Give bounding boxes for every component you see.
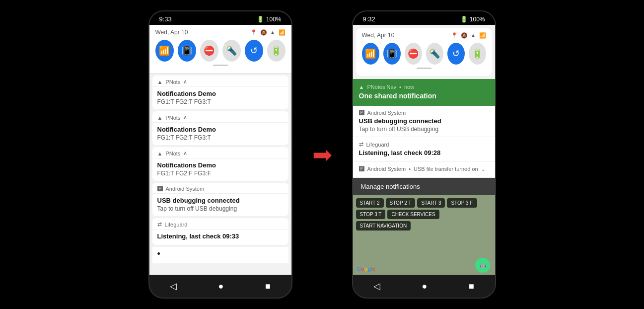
notif-app-1: PNots <box>165 79 180 85</box>
notif-body-3: FG1:T FG2:F FG3:F <box>157 170 284 177</box>
notif-dot: • <box>152 247 288 263</box>
left-quick-settings: Wed, Apr 10 📍 🔕 ▲ 📶 📶 📳 ⛔ 🔦 ↺ 🔋 <box>149 25 291 74</box>
green-app-header: ▲ PNotes Nav • now <box>359 84 489 90</box>
notif-app-2: PNots <box>165 115 180 121</box>
lifeguard-notification[interactable]: ⇄ Lifeguard Listening, last check 09:28 <box>353 137 495 162</box>
recents-button-left[interactable]: ■ <box>265 281 271 292</box>
lifeguard-app-icon: ⇄ <box>359 141 363 148</box>
right-date-row: Wed, Apr 10 📍 🔕 ▲ 📶 <box>362 32 486 39</box>
usb-transfer-header: 🅿 Android System • USB file transfer tur… <box>359 166 489 172</box>
usb-transfer-notification[interactable]: 🅿 Android System • USB file transfer tur… <box>353 162 495 178</box>
r-silent-icon: 🔕 <box>461 32 468 39</box>
right-battery: 🔋 100% <box>460 16 485 23</box>
notif-title-1: Notifications Demo <box>157 90 284 97</box>
r-wifi-icon: ▲ <box>471 32 476 39</box>
left-phone: 9:33 🔋 100% Wed, Apr 10 📍 🔕 ▲ 📶 <box>148 10 292 299</box>
lifeguard-app-name: Lifeguard <box>366 142 389 148</box>
notif-app-5: Lifeguard <box>165 222 188 228</box>
map-btn-stop3t[interactable]: STOP 3 T <box>356 210 386 219</box>
left-date-row: Wed, Apr 10 📍 🔕 ▲ 📶 <box>155 29 286 36</box>
notif-item-4[interactable]: USB debugging connected Tap to turn off … <box>152 194 288 216</box>
home-button-left[interactable]: ● <box>218 281 224 292</box>
notif-group-5: ⇄ Lifeguard Listening, last check 09:33 <box>152 218 288 245</box>
right-date: Wed, Apr 10 <box>362 32 395 39</box>
map-btn-start2[interactable]: START 2 <box>356 198 384 208</box>
usb-chevron-icon: ⌄ <box>481 166 485 172</box>
right-date-icons: 📍 🔕 ▲ 📶 <box>451 32 486 39</box>
usb-transfer-dot: • <box>409 166 411 172</box>
map-btn-stop3f[interactable]: STOP 3 F <box>447 198 477 208</box>
pnotes-nav-icon: ▲ <box>359 84 364 90</box>
green-notif-title: One shared notification <box>359 92 489 100</box>
bluetooth-toggle[interactable]: 📳 <box>178 40 196 62</box>
notif-app-4: Android System <box>166 186 205 192</box>
manage-notifications-bar[interactable]: Manage notifications <box>353 178 495 195</box>
notif-title-4: USB debugging connected <box>157 197 284 204</box>
right-phone: 9:32 🔋 100% Wed, Apr 10 📍 🔕 ▲ 📶 <box>352 10 496 299</box>
green-app-name: PNotes Nav <box>367 84 396 90</box>
right-quick-settings: Wed, Apr 10 📍 🔕 ▲ 📶 📶 📳 ⛔ 🔦 ↺ 🔋 <box>356 28 492 76</box>
pnots-icon-1: ▲ <box>157 79 163 85</box>
lifeguard-notif-title: Listening, last check 09:28 <box>359 149 489 156</box>
left-date-icons: 📍 🔕 ▲ 📶 <box>250 29 286 36</box>
phones-container: 9:33 🔋 100% Wed, Apr 10 📍 🔕 ▲ 📶 <box>143 5 501 304</box>
notif-body-2: FG1:T FG2:T FG3:T <box>157 134 284 141</box>
notif-body-4: Tap to turn off USB debugging <box>157 205 284 212</box>
usb-transfer-icon: 🅿 <box>359 166 364 172</box>
location-icon: 📍 <box>250 29 257 36</box>
map-btn-check[interactable]: CHECK SERVICES <box>387 210 439 219</box>
left-time: 9:33 <box>159 15 172 23</box>
pnots-icon-2: ▲ <box>157 115 163 121</box>
notif-item-1[interactable]: Notifications Demo FG1:T FG2:T FG3:T <box>152 87 288 109</box>
recents-button-right[interactable]: ■ <box>469 281 474 292</box>
map-btn-start3[interactable]: START 3 <box>417 198 445 208</box>
back-button-right[interactable]: ◁ <box>373 281 380 292</box>
notif-group-1: ▲ PNots ∧ Notifications Demo FG1:T FG2:T… <box>152 76 288 109</box>
notif-chevron-3: ∧ <box>183 150 187 156</box>
right-time: 9:32 <box>363 15 375 23</box>
battery-toggle[interactable]: 🔋 <box>267 40 286 62</box>
wifi-status-icon: ▲ <box>270 29 276 36</box>
r-battery-toggle[interactable]: 🔋 <box>469 43 486 65</box>
r-bluetooth-toggle[interactable]: 📳 <box>383 43 401 65</box>
drag-handle <box>213 65 228 66</box>
right-quick-toggles: 📶 📳 ⛔ 🔦 ↺ 🔋 <box>362 43 486 65</box>
notif-item-3[interactable]: Notifications Demo FG1:T FG2:F FG3:F <box>152 158 288 181</box>
home-button-right[interactable]: ● <box>422 281 428 292</box>
back-button-left[interactable]: ◁ <box>170 281 177 292</box>
silent-icon: 🔕 <box>260 29 267 36</box>
notif-item-5[interactable]: Listening, last check 09:33 <box>152 230 288 245</box>
usb-notif-body: Tap to turn off USB debugging <box>359 126 489 133</box>
r-dnd-toggle[interactable]: ⛔ <box>405 43 422 65</box>
wifi-toggle[interactable]: 📶 <box>155 40 174 62</box>
usb-app-name: Android System <box>367 110 406 116</box>
map-btn-nav[interactable]: START NAVIGATION <box>356 221 411 231</box>
notif-group-2: ▲ PNots ∧ Notifications Demo FG1:T FG2:T… <box>152 111 288 145</box>
android-logo: 🤖 <box>475 258 490 273</box>
signal-icon: 📶 <box>279 29 286 36</box>
right-phone-content: Wed, Apr 10 📍 🔕 ▲ 📶 📶 📳 ⛔ 🔦 ↺ 🔋 <box>353 25 495 275</box>
r-flashlight-toggle[interactable]: 🔦 <box>426 43 443 65</box>
right-nav-bar: ◁ ● ■ <box>353 275 495 298</box>
android-icon-4: 🅿 <box>157 186 163 192</box>
r-sync-toggle[interactable]: ↺ <box>447 43 465 65</box>
left-status-icons: 🔋 100% <box>257 16 281 23</box>
sync-toggle[interactable]: ↺ <box>245 40 263 62</box>
right-arrow: ➡ <box>312 141 332 168</box>
usb-notification[interactable]: 🅿 Android System USB debugging connected… <box>353 106 495 137</box>
green-notification[interactable]: ▲ PNotes Nav • now One shared notificati… <box>353 79 495 106</box>
right-status-bar: 9:32 🔋 100% <box>353 11 495 25</box>
notif-item-2[interactable]: Notifications Demo FG1:T FG2:T FG3:T <box>152 123 288 145</box>
notif-header-2: ▲ PNots ∧ <box>152 111 288 123</box>
left-date: Wed, Apr 10 <box>155 29 188 36</box>
flashlight-toggle[interactable]: 🔦 <box>222 40 241 62</box>
green-notif-time: now <box>404 84 414 90</box>
arrow-container: ➡ <box>312 141 332 168</box>
usb-notif-title: USB debugging connected <box>359 117 489 125</box>
r-wifi-toggle[interactable]: 📶 <box>362 43 379 65</box>
right-drag-handle <box>417 68 431 69</box>
map-btn-stop2t[interactable]: STOP 2 T <box>386 198 416 208</box>
dnd-toggle[interactable]: ⛔ <box>200 40 218 62</box>
map-buttons-container: START 2 STOP 2 T START 3 STOP 3 F STOP 3… <box>353 195 495 233</box>
right-status-icons: 🔋 100% <box>460 16 485 23</box>
